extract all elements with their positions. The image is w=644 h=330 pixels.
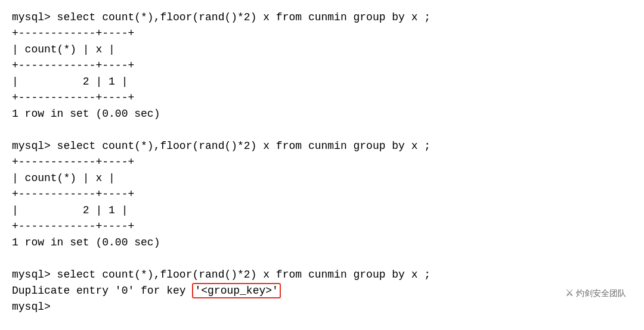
block3-error: Duplicate entry '0' for key '<group_key>… (12, 283, 281, 298)
block1-rowset: 1 row in set (0.00 sec) (12, 108, 160, 120)
block1-table-row: | 2 | 1 | (12, 76, 128, 88)
block2-table-border-mid: +------------+----+ (12, 188, 134, 200)
block1-table-border-mid: +------------+----+ (12, 60, 134, 71)
block2-rowset: 1 row in set (0.00 sec) (12, 236, 160, 248)
watermark: ⚔ 灼剑安全团队 (565, 286, 626, 300)
terminal-window: mysql> select count(*),floor(rand()*2) x… (0, 0, 644, 330)
code-block-1: mysql> select count(*),floor(rand()*2) x… (12, 10, 632, 315)
watermark-icon: ⚔ (565, 286, 574, 300)
block2-line1: mysql> select count(*),floor(rand()*2) x… (12, 140, 431, 152)
block1-table-border-bot: +------------+----+ (12, 92, 134, 104)
block2-table-header: | count(*) | x | (12, 172, 115, 184)
block2-table-border-top: +------------+----+ (12, 156, 134, 168)
block2-table-border-bot: +------------+----+ (12, 220, 134, 232)
block3-line1: mysql> select count(*),floor(rand()*2) x… (12, 269, 431, 281)
highlighted-group-key: '<group_key>' (192, 283, 280, 298)
block3-prompt: mysql> (12, 301, 51, 313)
watermark-text: 灼剑安全团队 (576, 287, 626, 300)
block1-line1: mysql> select count(*),floor(rand()*2) x… (12, 11, 431, 23)
block2-table-row: | 2 | 1 | (12, 204, 128, 216)
block1-table-header: | count(*) | x | (12, 43, 115, 55)
block1-table-border-top: +------------+----+ (12, 27, 134, 39)
